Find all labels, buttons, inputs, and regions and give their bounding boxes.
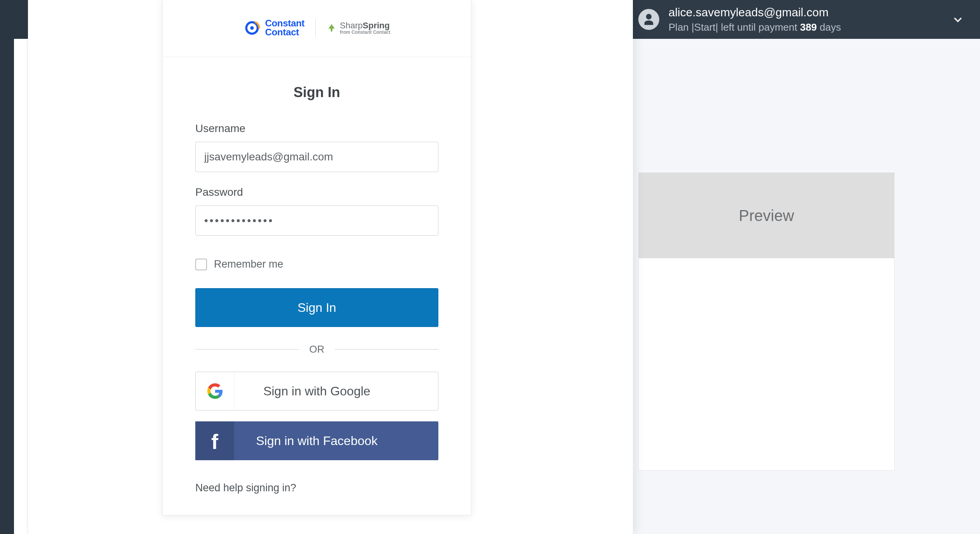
- ss-word-b: Spring: [363, 21, 390, 30]
- logo-divider: [315, 19, 316, 37]
- signin-button-label: Sign In: [297, 301, 336, 315]
- or-label: OR: [309, 343, 325, 355]
- account-menu[interactable]: alice.savemyleads@gmail.com Plan |Start|…: [638, 5, 964, 34]
- account-plan-line: Plan |Start| left until payment 389 days: [669, 21, 841, 34]
- sharpspring-mark-icon: [327, 23, 337, 33]
- left-dark-strip: [0, 0, 28, 39]
- password-input[interactable]: [195, 205, 438, 236]
- chevron-down-icon[interactable]: [951, 13, 964, 26]
- ss-logo-line1: SharpSpring: [340, 21, 390, 30]
- ss-word-a: Sharp: [340, 21, 363, 30]
- cc-logo-line2: Contact: [265, 28, 305, 37]
- or-divider: OR: [195, 343, 438, 355]
- google-button-label: Sign in with Google: [263, 384, 370, 398]
- remember-me-label: Remember me: [214, 258, 283, 270]
- left-light-strip: [14, 39, 28, 534]
- ss-logo-line2: from Constant Contact: [340, 30, 390, 35]
- facebook-signin-button[interactable]: f Sign in with Facebook: [195, 421, 438, 460]
- plan-name: |Start|: [692, 21, 718, 33]
- signin-title: Sign In: [195, 84, 438, 101]
- username-label: Username: [195, 122, 438, 135]
- plan-days-number: 389: [800, 21, 817, 33]
- plan-prefix: Plan: [669, 21, 692, 33]
- preview-title: Preview: [739, 207, 794, 224]
- preview-card: Preview: [638, 172, 895, 471]
- svg-point-1: [250, 26, 254, 30]
- constant-contact-mark-icon: [243, 19, 261, 37]
- help-signin-link[interactable]: Need help signing in?: [195, 482, 296, 494]
- google-icon: [196, 372, 235, 410]
- plan-days-suffix: days: [817, 21, 841, 33]
- brand-logo-row: Constant Contact SharpSpring from Consta…: [163, 0, 471, 57]
- constant-contact-logo: Constant Contact: [243, 19, 305, 37]
- password-label: Password: [195, 186, 438, 198]
- sharpspring-logo: SharpSpring from Constant Contact: [327, 21, 390, 35]
- username-input[interactable]: [195, 142, 438, 172]
- plan-mid: left until payment: [718, 21, 800, 33]
- signin-card: Constant Contact SharpSpring from Consta…: [162, 0, 471, 515]
- signin-button[interactable]: Sign In: [195, 288, 438, 327]
- user-icon: [642, 13, 655, 26]
- google-signin-button[interactable]: Sign in with Google: [195, 372, 438, 411]
- avatar: [638, 9, 659, 30]
- facebook-icon: f: [195, 421, 234, 460]
- preview-header: Preview: [639, 173, 894, 258]
- remember-me-checkbox[interactable]: [195, 259, 207, 270]
- account-email: alice.savemyleads@gmail.com: [669, 5, 841, 21]
- facebook-button-label: Sign in with Facebook: [256, 434, 377, 448]
